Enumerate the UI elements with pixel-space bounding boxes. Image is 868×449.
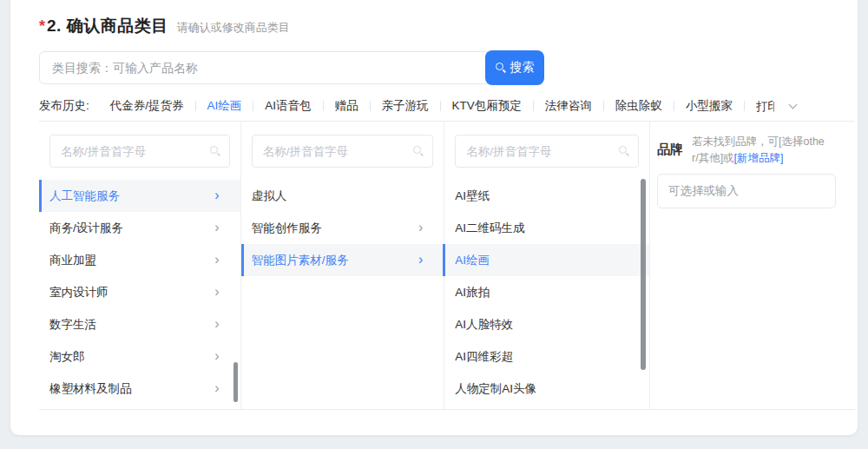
column-filter [455,135,639,168]
category-item[interactable]: AI壁纸 [444,180,649,212]
category-item-label: 智能创作服务 [252,221,418,236]
category-item[interactable]: 淘女郎› [39,340,240,373]
category-item-label: 淘女郎 [49,349,214,365]
brand-label: 品牌 [657,142,683,158]
tab-separator [440,101,441,111]
category-item-label: 人工智能服务 [49,188,214,204]
history-tab[interactable]: AI语音包 [265,98,311,114]
category-column-2: 虚拟人智能创作服务›智能图片素材/服务› [241,122,445,409]
search-button-label: 搜索 [510,60,535,76]
column-filter [252,135,434,168]
tab-separator [603,101,604,111]
category-search-bar: 搜索 [39,50,544,85]
history-tab[interactable]: 亲子游玩 [382,98,429,114]
page-subtitle: 请确认或修改商品类目 [177,20,290,36]
history-tab[interactable]: KTV包厢预定 [452,98,522,114]
history-tab[interactable]: 代金券/提货券 [110,98,184,114]
chevron-right-icon: › [418,253,423,267]
category-item[interactable]: AI旅拍 [444,276,649,308]
category-item-label: 虚拟人 [252,188,424,204]
chevron-right-icon: › [214,349,219,363]
category-column-1: 人工智能服务›商务/设计服务›商业加盟›室内设计师›数字生活›淘女郎›橡塑材料及… [39,122,241,409]
tab-separator [370,101,371,111]
tab-separator [533,101,534,111]
history-tab[interactable]: AI绘画 [207,98,242,114]
add-brand-link[interactable]: [新增品牌] [734,152,784,164]
category-item-label: AI旅拍 [455,285,628,300]
brand-section: 品牌 若未找到品牌，可[选择other/其他]或[新增品牌] [650,122,855,409]
category-item-label: AI人脸特效 [455,317,628,333]
search-icon [619,146,630,157]
category-item[interactable]: AI人脸特效 [444,308,649,340]
category-item-label: AI壁纸 [455,188,628,204]
category-item[interactable]: 人工智能服务› [39,180,240,212]
category-item-label: 数字生活 [49,317,214,333]
section-header: * 2. 确认商品类目 请确认或修改商品类目 [39,0,858,37]
category-browser: 人工智能服务›商务/设计服务›商业加盟›室内设计师›数字生活›淘女郎›橡塑材料及… [39,121,855,410]
category-item[interactable]: 商务/设计服务› [39,212,240,244]
scrollbar-thumb[interactable] [233,362,238,402]
category-item[interactable]: 智能创作服务› [241,212,444,244]
category-item[interactable]: AI二维码生成 [444,212,649,244]
category-item-label: 商业加盟 [49,253,214,268]
chevron-right-icon: › [214,381,219,395]
chevron-right-icon: › [214,253,219,267]
tab-separator [744,101,745,111]
category-item[interactable]: 智能图片素材/服务› [241,244,444,276]
history-tab[interactable]: 除虫除蚁 [615,98,662,114]
column-filter-input[interactable] [455,135,639,168]
column-filter [49,135,230,168]
search-icon [496,63,507,74]
chevron-right-icon: › [214,188,219,202]
history-tab[interactable]: 小型搬家 [686,98,733,114]
search-icon [210,146,221,157]
column-filter-input[interactable] [49,135,230,168]
required-asterisk: * [39,17,45,36]
category-item[interactable]: 商业加盟› [39,244,240,276]
brand-hint: 若未找到品牌，可[选择other/其他]或[新增品牌] [692,134,831,167]
chevron-right-icon: › [214,221,219,234]
brand-input[interactable] [657,174,836,208]
tab-separator [674,101,674,111]
brand-header: 品牌 若未找到品牌，可[选择other/其他]或[新增品牌] [657,134,836,167]
category-item[interactable]: 橡塑材料及制品› [39,373,240,405]
category-list: 虚拟人智能创作服务›智能图片素材/服务› [241,180,444,276]
category-item[interactable]: 室内设计师› [39,276,240,308]
chevron-right-icon: › [214,317,219,331]
category-item-label: AI绘画 [455,253,628,268]
category-item-label: AI二维码生成 [455,221,628,236]
history-tab[interactable]: 赠品 [335,98,358,114]
column-filter-input[interactable] [252,135,434,168]
category-item-label: 商务/设计服务 [49,221,214,236]
tab-separator [253,101,253,111]
category-item-label: 人物定制AI头像 [455,381,628,397]
category-item[interactable]: 虚拟人 [241,180,444,212]
page-title: 2. 确认商品类目 [47,15,168,37]
category-column-3: AI壁纸AI二维码生成AI绘画AI旅拍AI人脸特效AI四维彩超人物定制AI头像 [444,122,650,409]
search-button[interactable]: 搜索 [485,50,544,85]
category-item[interactable]: 数字生活› [39,308,240,340]
confirm-category-card: * 2. 确认商品类目 请确认或修改商品类目 搜索 发布历史: 代金券/提货券A… [10,0,858,435]
category-item[interactable]: 人物定制AI头像 [444,373,649,405]
category-item-label: 橡塑材料及制品 [49,381,214,397]
history-tab-list: 代金券/提货券AI绘画AI语音包赠品亲子游玩KTV包厢预定法律咨询除虫除蚁小型搬… [110,98,774,114]
category-item-label: AI四维彩超 [455,349,628,365]
category-item[interactable]: AI绘画 [444,244,649,276]
history-tab[interactable]: 打印 [756,99,774,114]
chevron-right-icon: › [214,285,219,299]
history-tab[interactable]: 法律咨询 [545,98,592,114]
search-icon [413,146,424,157]
category-list: 人工智能服务›商务/设计服务›商业加盟›室内设计师›数字生活›淘女郎›橡塑材料及… [39,180,240,405]
tab-separator [323,101,324,111]
publish-history-bar: 发布历史: 代金券/提货券AI绘画AI语音包赠品亲子游玩KTV包厢预定法律咨询除… [39,96,858,116]
category-item-label: 智能图片素材/服务 [252,253,418,268]
category-item[interactable]: AI四维彩超 [444,340,649,373]
category-item-label: 室内设计师 [49,285,214,300]
tab-separator [195,101,196,111]
category-search-input[interactable] [39,51,490,84]
chevron-down-icon[interactable] [788,100,797,109]
scrollbar-thumb[interactable] [641,179,646,370]
category-list: AI壁纸AI二维码生成AI绘画AI旅拍AI人脸特效AI四维彩超人物定制AI头像 [444,180,649,405]
chevron-right-icon: › [418,221,423,234]
publish-history-label: 发布历史: [39,98,89,114]
